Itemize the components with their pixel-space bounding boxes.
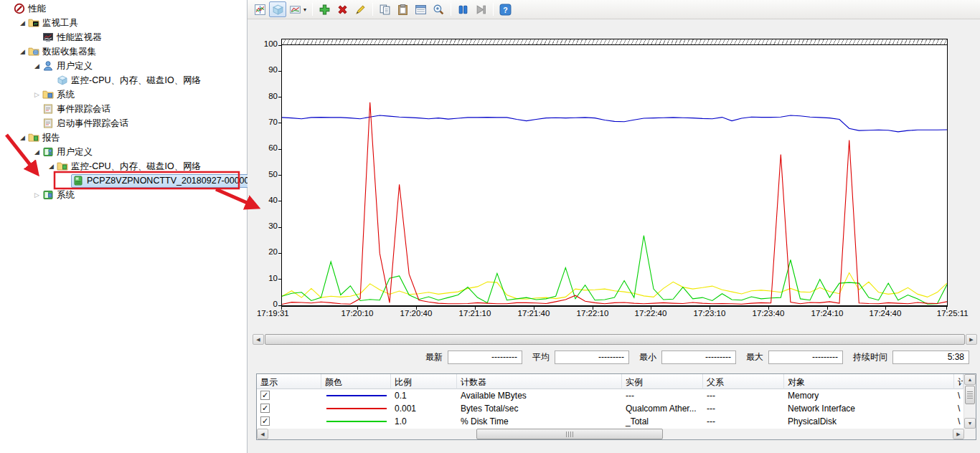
tree-item[interactable]: ◢用户定义: [0, 59, 247, 73]
x-axis-label: 17:19:31: [257, 309, 289, 318]
highlight-button[interactable]: [352, 1, 369, 17]
tree-item[interactable]: 事件跟踪会话: [0, 102, 247, 116]
chart-scrollbar-track[interactable]: [264, 334, 966, 345]
expander-open-icon[interactable]: ◢: [17, 48, 28, 55]
tree-item[interactable]: ▷系统: [0, 87, 247, 102]
tree-item[interactable]: ◢报告: [0, 130, 247, 145]
view-current-activity-button[interactable]: [251, 1, 268, 17]
x-axis-label: 17:21:10: [459, 309, 491, 318]
chart-horizontal-scrollbar[interactable]: ◀ ▶: [253, 334, 977, 345]
y-axis-tick: [278, 45, 281, 46]
collector-set-cube-icon: [57, 75, 69, 86]
user-defined-collector-icon: [42, 60, 55, 72]
tree-item[interactable]: ◢数据收集器集: [0, 44, 247, 59]
stat-value: ---------: [491, 352, 517, 362]
zoom-button[interactable]: [430, 1, 447, 17]
paste-counter-list-button[interactable]: [394, 1, 411, 17]
expander-open-icon[interactable]: ◢: [32, 62, 42, 70]
selected-tree-item[interactable]: PCPZ8VZPNONCTTV_20180927-000001: [71, 174, 260, 188]
navigation-tree: 性能◢监视工具性能监视器◢数据收集器集◢用户定义监控-CPU、内存、磁盘IO、网…: [0, 0, 247, 202]
properties-button[interactable]: [412, 1, 429, 17]
freeze-display-button[interactable]: [454, 1, 471, 17]
series-line-available-mbytes: [282, 115, 947, 132]
graph-type-icon: [289, 4, 301, 16]
add-icon: [319, 4, 331, 16]
x-axis-label: 17:22:10: [577, 309, 609, 318]
expander-closed-icon[interactable]: ▷: [32, 91, 42, 98]
chart-view-icon: [254, 4, 266, 16]
stat-value-box: ---------: [555, 351, 629, 364]
x-axis-tick: [827, 307, 828, 310]
reports-folder-icon: [28, 132, 40, 143]
series-line-bytes-total-sec: [282, 102, 947, 305]
x-axis-tick: [651, 307, 651, 310]
tree-item[interactable]: 监控-CPU、内存、磁盘IO、网络: [0, 73, 247, 87]
x-axis-label: 17:20:10: [341, 309, 374, 318]
x-axis-tick: [281, 307, 282, 310]
delete-icon: [336, 4, 349, 16]
change-graph-type-button[interactable]: ▾: [287, 1, 308, 17]
tree-item[interactable]: 性能监视器: [0, 30, 247, 44]
expander-open-icon[interactable]: ◢: [32, 148, 42, 156]
tree-item-label: 系统: [57, 89, 77, 101]
zoom-icon: [433, 4, 445, 16]
tree-item[interactable]: PCPZ8VZPNONCTTV_20180927-000001: [0, 173, 247, 188]
report-file-icon: [72, 175, 85, 186]
delete-counter-button[interactable]: [334, 1, 351, 17]
y-axis-label: 40: [248, 196, 278, 204]
chart-scroll-right-button[interactable]: ▶: [966, 334, 977, 345]
tree-item[interactable]: ◢用户定义: [0, 145, 247, 159]
expander-closed-icon[interactable]: ▷: [32, 191, 42, 199]
details-pane: ▾? ◀ ▶ 最新---------平均---------最小---------…: [248, 0, 980, 453]
dropdown-arrow-icon: ▾: [303, 6, 306, 13]
stat-label: 持续时间: [853, 351, 887, 363]
x-axis-tick: [357, 307, 358, 310]
y-axis-label: 50: [248, 170, 278, 178]
x-axis-tick: [475, 307, 476, 310]
console-tree-pane: 性能◢监视工具性能监视器◢数据收集器集◢用户定义监控-CPU、内存、磁盘IO、网…: [0, 0, 248, 453]
y-axis-tick: [278, 123, 281, 123]
x-axis-label: 17:25:11: [937, 309, 969, 318]
expander-open-icon[interactable]: ◢: [17, 19, 28, 27]
tree-item-label: 用户定义: [57, 60, 95, 72]
tree-item-label: 数据收集器集: [42, 46, 99, 58]
update-data-button[interactable]: [472, 1, 489, 17]
tree-item[interactable]: 启动事件跟踪会话: [0, 116, 247, 130]
view-log-data-button[interactable]: [269, 1, 286, 17]
y-axis-label: 60: [248, 143, 278, 152]
expander-open-icon[interactable]: ◢: [46, 163, 57, 170]
tree-item[interactable]: 性能: [0, 1, 247, 16]
cube-icon: [272, 4, 284, 16]
toolbar-separator: [493, 3, 494, 16]
x-axis-tick: [946, 307, 947, 310]
x-axis-tick: [768, 307, 769, 310]
chart-plot-area: [281, 39, 948, 307]
help-button[interactable]: ?: [496, 1, 514, 17]
toolbar-separator: [372, 3, 373, 16]
tree-item-label: 性能: [28, 3, 49, 15]
tree-item[interactable]: ◢监控-CPU、内存、磁盘IO、网络: [0, 159, 247, 173]
tree-item[interactable]: ▷系统: [0, 188, 247, 202]
add-counter-button[interactable]: [316, 1, 333, 17]
report-folder-icon: [57, 161, 69, 172]
paste-icon: [397, 4, 409, 16]
expander-open-icon[interactable]: ◢: [17, 134, 28, 141]
x-axis-label: 17:24:40: [870, 309, 902, 318]
chart-scroll-left-button[interactable]: ◀: [253, 334, 264, 345]
stat-label: 最新: [425, 351, 443, 363]
y-axis-tick: [278, 175, 281, 176]
stat-value-box: ---------: [448, 351, 522, 364]
copy-properties-button[interactable]: [376, 1, 393, 17]
step-forward-icon: [475, 4, 487, 16]
tree-item-label: 监控-CPU、内存、磁盘IO、网络: [71, 161, 204, 173]
y-axis-tick: [278, 71, 281, 72]
x-axis-tick: [416, 307, 417, 310]
stat-label: 最小: [639, 351, 656, 363]
tree-item[interactable]: ◢监视工具: [0, 16, 247, 30]
tree-item-label: 监控-CPU、内存、磁盘IO、网络: [71, 75, 204, 87]
system-collector-folder-icon: [42, 89, 55, 100]
chart-scrollbar-thumb[interactable]: [265, 334, 965, 345]
y-axis-tick: [278, 201, 281, 201]
copy-icon: [379, 4, 391, 16]
x-axis-label: 17:21:40: [518, 309, 550, 318]
